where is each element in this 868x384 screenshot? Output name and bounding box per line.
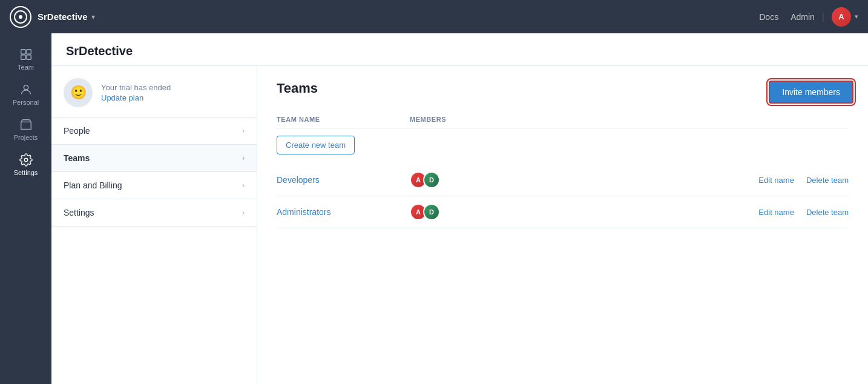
admin-link[interactable]: Admin: [791, 12, 815, 22]
trial-text: Your trial has ended: [101, 83, 171, 92]
nav-item-people[interactable]: People ›: [51, 118, 257, 145]
edit-name-link[interactable]: Edit name: [758, 208, 794, 217]
sidebar-item-projects[interactable]: Projects: [4, 113, 48, 146]
topnav: SrDetective ▾ Docs Admin | A ▾: [0, 0, 868, 33]
avatar: D: [423, 204, 440, 220]
edit-name-link[interactable]: Edit name: [758, 176, 794, 185]
nav-item-settings[interactable]: Settings ›: [51, 199, 257, 227]
nav-chevron-icon: ›: [242, 181, 245, 190]
create-new-team-button[interactable]: Create new team: [277, 136, 355, 154]
brand-chevron-icon[interactable]: ▾: [91, 13, 95, 21]
nav-divider: |: [822, 12, 824, 22]
team-developers-link[interactable]: Developers: [277, 175, 410, 185]
update-plan-link[interactable]: Update plan: [101, 93, 143, 102]
delete-team-link[interactable]: Delete team: [806, 208, 849, 217]
col-team-name-header: TEAM NAME: [277, 116, 410, 123]
nav-item-settings-label: Settings: [64, 208, 94, 217]
nav-item-people-label: People: [64, 126, 90, 136]
main-layout: Team Personal Projects Settings SrDet: [0, 33, 868, 384]
team-administrators-members: A D: [410, 204, 758, 220]
team-developers-members: A D: [410, 171, 758, 188]
nav-chevron-icon: ›: [242, 127, 245, 135]
sidebar-item-settings-label: Settings: [14, 169, 38, 176]
sidebar-item-personal[interactable]: Personal: [4, 78, 48, 111]
sidebar-item-personal-label: Personal: [13, 99, 39, 106]
nav-item-plan-billing[interactable]: Plan and Billing ›: [51, 172, 257, 199]
logo-icon: [10, 6, 31, 28]
svg-rect-2: [21, 55, 25, 59]
nav-item-plan-billing-label: Plan and Billing: [64, 180, 122, 190]
team-developers-actions: Edit name Delete team: [758, 176, 849, 185]
nav-item-teams[interactable]: Teams ›: [51, 145, 257, 172]
sidebar: Team Personal Projects Settings: [0, 33, 51, 384]
table-row: Administrators A D Edit name Delete team: [277, 196, 849, 228]
team-administrators-link[interactable]: Administrators: [277, 207, 410, 217]
docs-link[interactable]: Docs: [759, 12, 778, 22]
svg-point-5: [24, 158, 28, 162]
invite-members-button[interactable]: Invite members: [769, 81, 853, 104]
right-panel: Teams Invite members TEAM NAME MEMBERS C…: [257, 66, 868, 384]
team-administrators-actions: Edit name Delete team: [758, 208, 849, 217]
user-avatar[interactable]: A: [832, 7, 851, 27]
nav-item-teams-label: Teams: [64, 153, 90, 163]
member-avatars: A D: [410, 204, 440, 220]
sidebar-item-team-label: Team: [18, 64, 34, 71]
table-row: Developers A D Edit name Delete team: [277, 164, 849, 196]
sidebar-item-team[interactable]: Team: [4, 43, 48, 76]
delete-team-link[interactable]: Delete team: [806, 176, 849, 185]
trial-banner: 🙂 Your trial has ended Update plan: [51, 66, 257, 118]
svg-rect-1: [26, 50, 30, 54]
svg-rect-3: [26, 55, 30, 59]
trial-face-icon: 🙂: [64, 78, 93, 107]
content-area: 🙂 Your trial has ended Update plan Peopl…: [51, 66, 868, 384]
svg-point-4: [24, 85, 28, 90]
teams-title: Teams: [277, 81, 318, 96]
sidebar-item-projects-label: Projects: [14, 134, 38, 141]
user-menu-chevron-icon[interactable]: ▾: [855, 13, 858, 21]
nav-chevron-icon: ›: [242, 154, 245, 162]
svg-rect-0: [21, 50, 25, 54]
teams-header: Teams: [277, 81, 849, 96]
col-members-header: MEMBERS: [410, 116, 849, 123]
nav-chevron-icon: ›: [242, 208, 245, 217]
left-panel: 🙂 Your trial has ended Update plan Peopl…: [51, 66, 257, 384]
main-content: SrDetective 🙂 Your trial has ended Updat…: [51, 33, 868, 384]
brand-name: SrDetective: [38, 12, 88, 22]
page-title: SrDetective: [51, 33, 868, 66]
avatar: D: [423, 171, 440, 188]
member-avatars: A D: [410, 171, 440, 188]
table-header: TEAM NAME MEMBERS: [277, 111, 849, 128]
sidebar-item-settings[interactable]: Settings: [4, 148, 48, 181]
